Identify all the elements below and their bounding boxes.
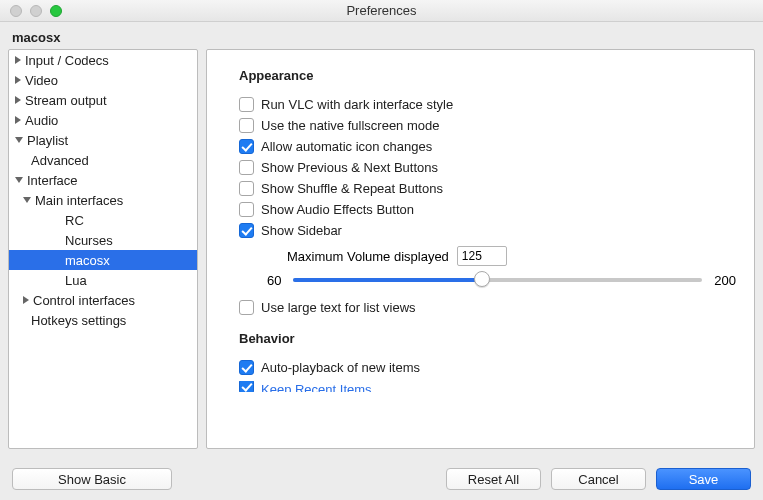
option-native-fullscreen[interactable]: Use the native fullscreen mode [239, 118, 736, 133]
option-icon-changes[interactable]: Allow automatic icon changes [239, 139, 736, 154]
chevron-right-icon [15, 56, 21, 64]
checkbox[interactable] [239, 223, 254, 238]
window-title: Preferences [0, 3, 763, 18]
sidebar-item-input-codecs[interactable]: Input / Codecs [9, 50, 197, 70]
volume-slider[interactable] [293, 272, 702, 288]
behavior-heading: Behavior [239, 331, 736, 346]
page-title: macosx [0, 22, 763, 49]
max-volume-label: Maximum Volume displayed [287, 249, 449, 264]
option-show-sidebar[interactable]: Show Sidebar [239, 223, 736, 238]
option-shuffle-repeat[interactable]: Show Shuffle & Repeat Buttons [239, 181, 736, 196]
chevron-down-icon [15, 137, 23, 143]
option-audio-effects[interactable]: Show Audio Effects Button [239, 202, 736, 217]
sidebar-item-stream-output[interactable]: Stream output [9, 90, 197, 110]
chevron-right-icon [15, 76, 21, 84]
max-volume-input[interactable] [457, 246, 507, 266]
titlebar: Preferences [0, 0, 763, 22]
reset-all-button[interactable]: Reset All [446, 468, 541, 490]
checkbox[interactable] [239, 360, 254, 375]
checkbox[interactable] [239, 381, 254, 392]
sidebar-item-audio[interactable]: Audio [9, 110, 197, 130]
sidebar-item-lua[interactable]: Lua [9, 270, 197, 290]
cancel-button[interactable]: Cancel [551, 468, 646, 490]
sidebar-item-macosx[interactable]: macosx [9, 250, 197, 270]
chevron-down-icon [15, 177, 23, 183]
option-dark-interface[interactable]: Run VLC with dark interface style [239, 97, 736, 112]
slider-max: 200 [714, 273, 736, 288]
sidebar-item-main-interfaces[interactable]: Main interfaces [9, 190, 197, 210]
sidebar-item-video[interactable]: Video [9, 70, 197, 90]
option-auto-playback[interactable]: Auto-playback of new items [239, 360, 736, 375]
checkbox[interactable] [239, 118, 254, 133]
sidebar-item-playlist[interactable]: Playlist [9, 130, 197, 150]
slider-min: 60 [267, 273, 281, 288]
appearance-heading: Appearance [239, 68, 736, 83]
sidebar-item-hotkeys-settings[interactable]: Hotkeys settings [9, 310, 197, 330]
checkbox[interactable] [239, 300, 254, 315]
option-prev-next[interactable]: Show Previous & Next Buttons [239, 160, 736, 175]
sidebar: Input / Codecs Video Stream output Audio… [8, 49, 198, 449]
checkbox[interactable] [239, 97, 254, 112]
sidebar-item-interface[interactable]: Interface [9, 170, 197, 190]
checkbox[interactable] [239, 139, 254, 154]
sidebar-item-control-interfaces[interactable]: Control interfaces [9, 290, 197, 310]
chevron-right-icon [23, 296, 29, 304]
footer: Show Basic Reset All Cancel Save [0, 458, 763, 500]
max-volume-row: Maximum Volume displayed [287, 246, 736, 266]
checkbox[interactable] [239, 181, 254, 196]
show-basic-button[interactable]: Show Basic [12, 468, 172, 490]
chevron-down-icon [23, 197, 31, 203]
main-panel: Appearance Run VLC with dark interface s… [206, 49, 755, 449]
sidebar-item-advanced[interactable]: Advanced [9, 150, 197, 170]
option-large-text[interactable]: Use large text for list views [239, 300, 736, 315]
volume-slider-row: 60 200 [267, 272, 736, 288]
option-keep-recent[interactable]: Keep Recent Items [239, 381, 736, 392]
checkbox[interactable] [239, 160, 254, 175]
content: Input / Codecs Video Stream output Audio… [0, 49, 763, 449]
checkbox[interactable] [239, 202, 254, 217]
chevron-right-icon [15, 96, 21, 104]
sidebar-item-rc[interactable]: RC [9, 210, 197, 230]
slider-thumb[interactable] [474, 271, 490, 287]
sidebar-item-ncurses[interactable]: Ncurses [9, 230, 197, 250]
chevron-right-icon [15, 116, 21, 124]
save-button[interactable]: Save [656, 468, 751, 490]
slider-fill [293, 278, 481, 282]
